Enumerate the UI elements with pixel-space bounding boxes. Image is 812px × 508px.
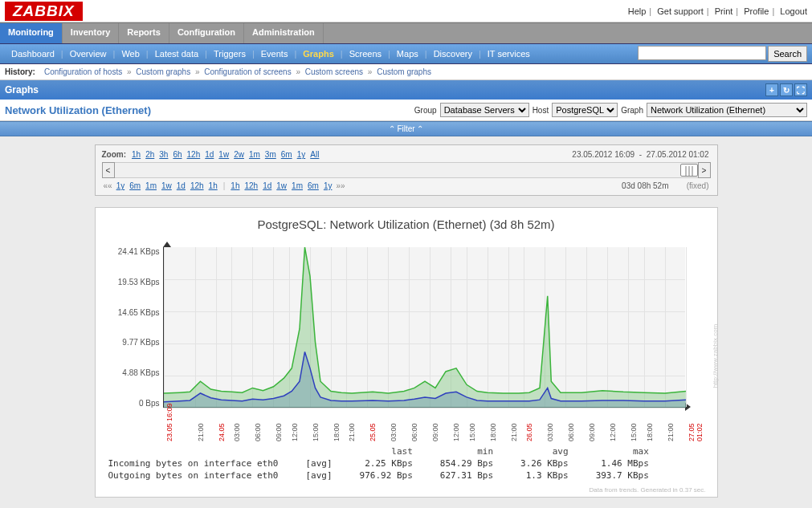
sub-nav-events[interactable]: Events <box>255 49 295 59</box>
main-nav-inventory[interactable]: Inventory <box>63 23 120 43</box>
x-tick: 03:00 <box>390 423 398 441</box>
zoom-6m[interactable]: 6m <box>281 150 292 159</box>
history-label: History: <box>5 67 35 76</box>
move-left-1h[interactable]: 1h <box>209 181 218 190</box>
logout-link[interactable]: Logout <box>780 6 807 16</box>
zoom-1w[interactable]: 1w <box>218 150 229 159</box>
legend-row: Incoming bytes on interface eth0[avg]2.2… <box>108 458 662 469</box>
chart-title: PostgreSQL: Network Utilization (Etherne… <box>107 217 706 231</box>
range-from: 23.05.2012 16:09 <box>572 150 635 159</box>
x-tick: 23.05 16:09 <box>165 403 173 441</box>
zoom-3m[interactable]: 3m <box>265 150 276 159</box>
zoom-12h[interactable]: 12h <box>187 150 201 159</box>
section-header: Graphs + ↻ ⛶ <box>0 80 812 100</box>
filter-collapse-icon: ⌃ <box>389 124 395 133</box>
zoom-2w[interactable]: 2w <box>234 150 244 159</box>
move-left-6m[interactable]: 6m <box>129 181 141 190</box>
zoom-1m[interactable]: 1m <box>249 150 260 159</box>
zoom-label: Zoom: <box>102 150 127 159</box>
support-link[interactable]: Get support <box>657 6 703 16</box>
move-left-1m[interactable]: 1m <box>145 181 157 190</box>
move-right-6m[interactable]: 6m <box>308 181 319 190</box>
move-left-1y[interactable]: 1y <box>116 181 125 190</box>
breadcrumb[interactable]: Custom graphs <box>377 67 431 76</box>
breadcrumb[interactable]: Configuration of hosts <box>44 67 122 76</box>
time-prev-button[interactable]: < <box>102 162 115 178</box>
move-left-1d[interactable]: 1d <box>177 181 186 190</box>
graph-select[interactable]: Network Utilization (Ethernet) <box>647 103 807 117</box>
filter-bar[interactable]: ⌃ Filter ⌃ <box>0 121 812 136</box>
main-nav-administration[interactable]: Administration <box>244 23 324 43</box>
time-slider-track[interactable] <box>115 162 698 178</box>
move-right-1w[interactable]: 1w <box>276 181 287 190</box>
breadcrumb[interactable]: Custom screens <box>305 67 363 76</box>
time-slider: < > <box>102 162 711 178</box>
x-tick: 18:00 <box>333 423 341 441</box>
time-fixed: (fixed) <box>687 181 709 190</box>
page-title: Network Utilization (Ethernet) <box>5 104 151 116</box>
sub-nav: Dashboard|Overview|Web|Latest data|Trigg… <box>0 43 812 64</box>
chart-legend: lastminavgmax Incoming bytes on interfac… <box>107 445 663 482</box>
x-tick: 09:00 <box>275 423 283 441</box>
chart-watermark: http://www.zabbix.com <box>712 324 719 388</box>
sub-nav-web[interactable]: Web <box>115 49 145 59</box>
x-tick: 06:00 <box>410 423 418 441</box>
time-next-button[interactable]: > <box>698 162 711 178</box>
refresh-icon[interactable]: ↻ <box>780 83 793 96</box>
sub-nav-screens[interactable]: Screens <box>343 49 388 59</box>
breadcrumb[interactable]: Configuration of screens <box>204 67 291 76</box>
zoom-1d[interactable]: 1d <box>205 150 214 159</box>
sub-nav-dashboard[interactable]: Dashboard <box>5 49 61 59</box>
move-right-1y[interactable]: 1y <box>324 181 333 190</box>
sub-nav-it-services[interactable]: IT services <box>481 49 537 59</box>
x-tick: 18:00 <box>489 423 497 441</box>
sub-nav-graphs[interactable]: Graphs <box>296 49 341 59</box>
filter-label: Filter <box>397 124 414 133</box>
sub-nav-discovery[interactable]: Discovery <box>427 49 479 59</box>
sub-nav-overview[interactable]: Overview <box>63 49 113 59</box>
legend-header: max <box>583 446 662 457</box>
x-tick: 12:00 <box>609 423 617 441</box>
x-tick: 09:00 <box>588 423 596 441</box>
zoom-3h[interactable]: 3h <box>159 150 168 159</box>
zoom-All[interactable]: All <box>310 150 319 159</box>
chart-plot <box>163 247 685 408</box>
move-left-1w[interactable]: 1w <box>161 181 172 190</box>
fullscreen-icon[interactable]: ⛶ <box>794 83 807 96</box>
print-link[interactable]: Print <box>715 6 733 16</box>
main-nav-configuration[interactable]: Configuration <box>169 23 244 43</box>
page-title-bar: Network Utilization (Ethernet) Group Dat… <box>0 100 812 121</box>
x-tick: 21:00 <box>197 423 205 441</box>
group-select[interactable]: Database Servers <box>440 103 529 117</box>
sub-nav-maps[interactable]: Maps <box>390 49 425 59</box>
move-right-12h[interactable]: 12h <box>244 181 258 190</box>
profile-link[interactable]: Profile <box>744 6 769 16</box>
move-right-1d[interactable]: 1d <box>263 181 271 190</box>
y-axis: 24.41 KBps19.53 KBps14.65 KBps9.77 KBps4… <box>107 247 163 408</box>
sub-nav-latest-data[interactable]: Latest data <box>149 49 205 59</box>
zoom-1y[interactable]: 1y <box>297 150 306 159</box>
legend-header: min <box>427 446 506 457</box>
time-duration: 03d 08h 52m <box>622 181 668 190</box>
x-axis: 23.05 16:0921:0024.0503:0006:0009:0012:0… <box>163 408 706 445</box>
help-link[interactable]: Help <box>628 6 647 16</box>
search-input[interactable] <box>638 46 766 60</box>
move-right-1m[interactable]: 1m <box>292 181 303 190</box>
move-right-1h[interactable]: 1h <box>231 181 239 190</box>
move-left-12h[interactable]: 12h <box>190 181 204 190</box>
add-favorite-icon[interactable]: + <box>765 83 778 96</box>
legend-header: avg <box>508 446 581 457</box>
main-nav-monitoring[interactable]: Monitoring <box>0 23 63 43</box>
time-slider-handle[interactable] <box>680 164 698 177</box>
graph-selectors: Group Database Servers Host PostgreSQL G… <box>414 103 807 117</box>
zoom-6h[interactable]: 6h <box>173 150 182 159</box>
zoom-1h[interactable]: 1h <box>132 150 141 159</box>
zoom-2h[interactable]: 2h <box>145 150 154 159</box>
main-nav-reports[interactable]: Reports <box>119 23 169 43</box>
host-select[interactable]: PostgreSQL <box>552 103 618 117</box>
chart-area: PostgreSQL: Network Utilization (Etherne… <box>95 207 718 498</box>
x-tick: 21:00 <box>667 423 675 441</box>
breadcrumb[interactable]: Custom graphs <box>136 67 190 76</box>
search-button[interactable]: Search <box>768 46 807 62</box>
sub-nav-triggers[interactable]: Triggers <box>207 49 252 59</box>
